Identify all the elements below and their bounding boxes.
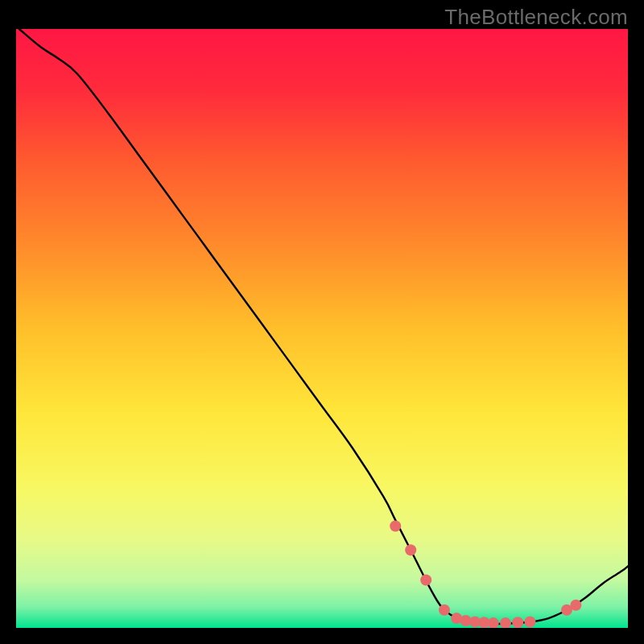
plot-area: [16, 29, 628, 628]
chart-svg: [16, 29, 628, 628]
marker-dot: [390, 521, 401, 532]
watermark-text: TheBottleneck.com: [444, 5, 628, 30]
marker-dot: [512, 617, 523, 628]
chart-frame: TheBottleneck.com: [0, 0, 644, 644]
marker-dot: [405, 544, 416, 555]
marker-dot: [439, 605, 450, 616]
marker-dot: [570, 600, 581, 611]
marker-dot: [524, 617, 535, 628]
marker-dot: [420, 574, 431, 585]
gradient-background: [16, 29, 628, 628]
